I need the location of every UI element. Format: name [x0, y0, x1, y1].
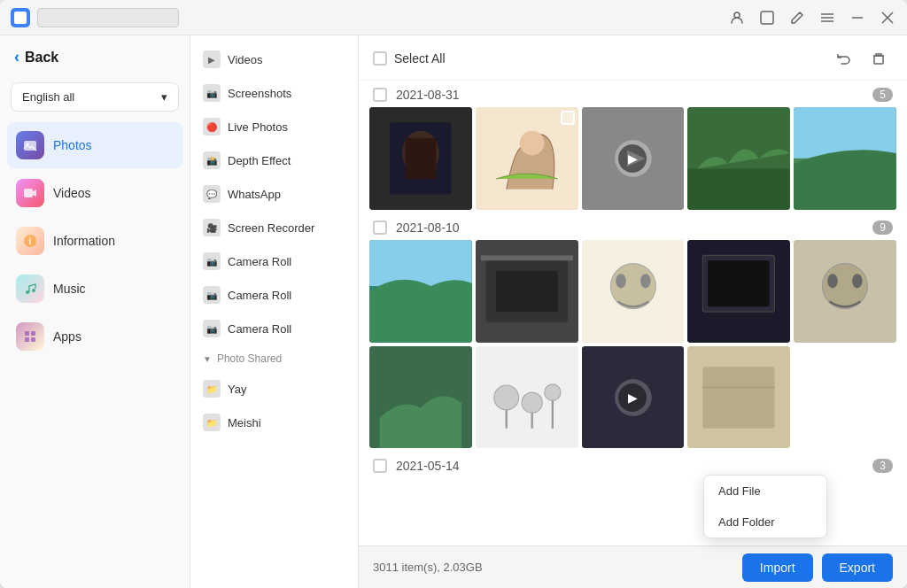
date-label-2: 2021-08-10 — [396, 220, 460, 235]
menu-icon[interactable] — [818, 9, 836, 27]
date-count-2: 9 — [872, 220, 893, 235]
titlebar-controls — [728, 9, 896, 27]
sub-item-camera-roll-2[interactable]: 📷 Camera Roll — [190, 278, 358, 312]
svg-point-14 — [32, 289, 35, 292]
main-window: ‹ Back English all ▾ Photos Vid — [0, 0, 907, 588]
photos-icon — [16, 131, 44, 159]
photo-shared-header[interactable]: ▼ Photo Shared — [190, 345, 358, 372]
photo-cell[interactable]: ▶ — [582, 107, 685, 210]
photo-grid-2b: ▶ — [369, 346, 896, 449]
context-add-folder[interactable]: Add Folder — [704, 507, 826, 538]
date-group-2021-08-31: 2021-08-31 5 ▶ — [369, 81, 896, 210]
sub-screen-recorder-label: Screen Recorder — [228, 221, 314, 235]
svg-point-42 — [616, 274, 626, 288]
photo-cell[interactable] — [369, 346, 472, 449]
sub-screenshots-icon: 📷 — [203, 84, 221, 102]
sub-item-yay[interactable]: 📁 Yay — [190, 372, 358, 406]
sidebar-item-videos[interactable]: Videos — [7, 170, 182, 216]
user-icon[interactable] — [728, 9, 746, 27]
photo-cell[interactable] — [476, 107, 578, 210]
date-checkbox-2[interactable] — [373, 220, 387, 235]
title-input[interactable] — [37, 8, 179, 27]
svg-rect-30 — [687, 168, 790, 209]
photo-cell[interactable] — [369, 240, 472, 343]
svg-rect-10 — [24, 189, 33, 197]
sub-item-screen-recorder[interactable]: 🎥 Screen Recorder — [190, 211, 358, 244]
photo-cell[interactable] — [582, 240, 685, 343]
svg-point-50 — [852, 274, 863, 288]
context-menu: Add File Add Folder — [703, 475, 827, 538]
sub-item-camera-roll-1[interactable]: 📷 Camera Roll — [190, 244, 358, 278]
sub-camera-roll-1-icon: 📷 — [203, 252, 221, 270]
header-actions — [829, 44, 893, 73]
svg-point-49 — [827, 274, 838, 288]
photo-cell[interactable] — [369, 107, 472, 210]
sub-item-meishi[interactable]: 📁 Meishi — [190, 406, 358, 439]
sub-item-whatsapp[interactable]: 💬 WhatsApp — [190, 177, 358, 211]
photo-cell[interactable] — [687, 346, 790, 449]
sidebar-item-music[interactable]: Music — [7, 266, 182, 312]
svg-point-0 — [734, 12, 740, 18]
photo-cell[interactable] — [687, 107, 790, 210]
bottom-bar: 3011 item(s), 2.03GB Import Export — [359, 545, 907, 588]
info-icon: i — [16, 227, 44, 255]
sub-item-videos[interactable]: ▶ Videos — [190, 43, 358, 76]
back-button[interactable]: ‹ Back — [0, 35, 190, 79]
date-checkbox-3[interactable] — [373, 459, 387, 473]
music-label: Music — [53, 282, 86, 296]
apps-icon — [16, 322, 44, 351]
sub-depth-effect-icon: 📸 — [203, 151, 221, 169]
photo-cell[interactable] — [794, 240, 896, 343]
svg-rect-17 — [25, 337, 29, 342]
chevron-down-icon: ▾ — [161, 90, 167, 104]
sub-item-depth-effect[interactable]: 📸 Depth Effect — [190, 143, 358, 177]
select-all-checkbox[interactable] — [373, 51, 387, 66]
photo-shared-label: Photo Shared — [217, 352, 282, 365]
date-checkbox-1[interactable] — [373, 88, 387, 102]
undo-button[interactable] — [829, 44, 857, 73]
photo-shared-chevron-icon: ▼ — [203, 354, 212, 364]
sub-item-screenshots[interactable]: 📷 Screenshots — [190, 76, 358, 110]
date-label-3: 2021-05-14 — [396, 459, 460, 473]
sub-item-camera-roll-3[interactable]: 📷 Camera Roll — [190, 312, 358, 345]
pen-icon[interactable] — [788, 9, 806, 27]
music-icon — [16, 275, 44, 303]
sub-camera-roll-3-icon: 📷 — [203, 320, 221, 337]
photo-cell[interactable] — [794, 107, 896, 210]
sub-item-live-photos[interactable]: 🔴 Live Photos — [190, 110, 358, 143]
photo-cell[interactable] — [476, 346, 578, 449]
close-icon[interactable] — [879, 9, 896, 27]
svg-text:i: i — [29, 236, 32, 246]
sub-screenshots-label: Screenshots — [228, 87, 291, 100]
export-button[interactable]: Export — [822, 553, 893, 582]
back-arrow-icon: ‹ — [14, 48, 19, 66]
photo-cell[interactable] — [476, 240, 578, 343]
videos-icon — [16, 179, 44, 207]
sidebar-item-information[interactable]: i Information — [7, 218, 182, 264]
svg-rect-15 — [25, 331, 29, 336]
context-add-file[interactable]: Add File — [704, 476, 826, 507]
main-content: ‹ Back English all ▾ Photos Vid — [0, 35, 907, 588]
language-selector[interactable]: English all ▾ — [11, 82, 179, 112]
sidebar-item-photos[interactable]: Photos — [7, 122, 182, 168]
content-area: Select All 2021-08 — [359, 35, 907, 588]
date-count-1: 5 — [872, 88, 893, 102]
minimize-icon[interactable] — [849, 9, 866, 27]
photo-cell[interactable]: ▶ — [582, 346, 685, 449]
photo-select-checkbox[interactable] — [561, 111, 575, 125]
svg-rect-38 — [496, 271, 557, 312]
app-icon-inner — [14, 12, 27, 24]
window-icon[interactable] — [758, 9, 776, 27]
svg-rect-19 — [874, 56, 883, 64]
sub-camera-roll-2-label: Camera Roll — [228, 289, 291, 302]
date-header-2: 2021-08-10 9 — [369, 213, 896, 240]
svg-rect-46 — [709, 260, 770, 306]
svg-point-25 — [520, 131, 545, 156]
back-label: Back — [25, 50, 58, 66]
select-all-label: Select All — [394, 51, 446, 66]
date-count-3: 3 — [872, 459, 893, 473]
sidebar-item-apps[interactable]: Apps — [7, 313, 182, 360]
photo-cell[interactable] — [687, 240, 790, 343]
delete-button[interactable] — [864, 44, 893, 73]
import-button[interactable]: Import — [742, 553, 813, 582]
